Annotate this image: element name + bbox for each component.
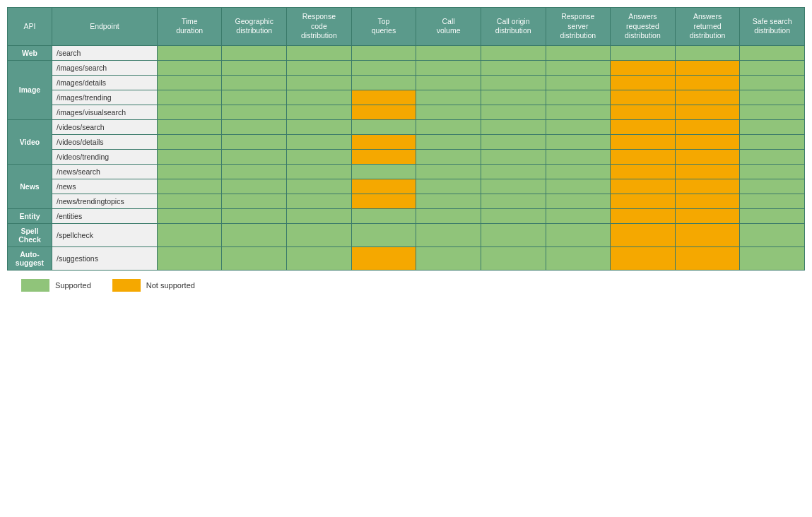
table-row: /videos/trending	[8, 149, 805, 164]
endpoint-cell: /images/search	[52, 60, 157, 75]
support-cell	[416, 134, 481, 149]
support-cell	[157, 208, 222, 223]
support-cell	[611, 60, 676, 75]
support-cell	[222, 75, 287, 90]
support-cell	[222, 45, 287, 60]
support-cell	[611, 45, 676, 60]
support-cell	[222, 164, 287, 179]
support-cell	[740, 149, 805, 164]
support-cell	[546, 60, 611, 75]
support-cell	[287, 60, 352, 75]
support-cell	[546, 45, 611, 60]
endpoint-cell: /videos/trending	[52, 149, 157, 164]
support-cell	[481, 75, 546, 90]
table-row: Auto-suggest/suggestions	[8, 246, 805, 270]
support-cell	[287, 75, 352, 90]
support-cell	[416, 90, 481, 105]
support-cell	[416, 119, 481, 134]
endpoint-cell: /videos/search	[52, 119, 157, 134]
support-cell	[546, 90, 611, 105]
support-cell	[351, 90, 416, 105]
support-cell	[611, 164, 676, 179]
support-cell	[416, 179, 481, 194]
support-cell	[416, 105, 481, 119]
support-cell	[546, 246, 611, 270]
support-cell	[675, 90, 740, 105]
support-cell	[611, 223, 676, 246]
support-cell	[222, 223, 287, 246]
support-cell	[740, 179, 805, 194]
support-cell	[481, 164, 546, 179]
support-cell	[287, 208, 352, 223]
support-cell	[740, 164, 805, 179]
support-cell	[740, 75, 805, 90]
support-cell	[481, 223, 546, 246]
header-geo-dist: Geographicdistribution	[222, 8, 287, 46]
api-cell: SpellCheck	[8, 223, 52, 246]
support-cell	[740, 119, 805, 134]
support-cell	[287, 223, 352, 246]
support-cell	[287, 164, 352, 179]
table-header-row: API Endpoint Timeduration Geographicdist…	[8, 8, 805, 46]
support-cell	[157, 179, 222, 194]
support-cell	[157, 194, 222, 208]
support-cell	[416, 223, 481, 246]
legend-supported-label: Supported	[55, 281, 91, 290]
support-cell	[675, 60, 740, 75]
support-cell	[611, 134, 676, 149]
support-cell	[611, 208, 676, 223]
support-cell	[157, 223, 222, 246]
api-cell: Web	[8, 45, 52, 60]
support-cell	[287, 134, 352, 149]
support-cell	[611, 90, 676, 105]
support-cell	[481, 208, 546, 223]
support-cell	[287, 194, 352, 208]
support-cell	[675, 105, 740, 119]
header-response-code: Responsecodedistribution	[287, 8, 352, 46]
support-cell	[481, 119, 546, 134]
support-cell	[351, 194, 416, 208]
table-row: /videos/details	[8, 134, 805, 149]
legend-not-supported-label: Not supported	[146, 281, 195, 290]
support-cell	[416, 194, 481, 208]
support-cell	[157, 149, 222, 164]
header-endpoint: Endpoint	[52, 8, 157, 46]
support-cell	[287, 119, 352, 134]
support-cell	[740, 105, 805, 119]
support-cell	[546, 119, 611, 134]
api-cell: News	[8, 164, 52, 208]
support-cell	[351, 164, 416, 179]
support-cell	[287, 90, 352, 105]
support-cell	[416, 75, 481, 90]
header-top-queries: Topqueries	[351, 8, 416, 46]
table-row: /news	[8, 179, 805, 194]
support-cell	[287, 45, 352, 60]
support-cell	[546, 149, 611, 164]
support-cell	[481, 90, 546, 105]
header-call-volume: Callvolume	[416, 8, 481, 46]
table-row: News/news/search	[8, 164, 805, 179]
support-cell	[157, 60, 222, 75]
support-cell	[740, 246, 805, 270]
support-cell	[351, 134, 416, 149]
support-cell	[740, 60, 805, 75]
support-cell	[222, 179, 287, 194]
support-cell	[351, 45, 416, 60]
header-api: API	[8, 8, 52, 46]
support-cell	[157, 75, 222, 90]
support-cell	[546, 179, 611, 194]
support-cell	[675, 246, 740, 270]
support-cell	[287, 179, 352, 194]
support-cell	[481, 105, 546, 119]
support-cell	[481, 45, 546, 60]
support-cell	[351, 105, 416, 119]
support-cell	[740, 90, 805, 105]
api-cell: Image	[8, 60, 52, 119]
support-cell	[675, 164, 740, 179]
support-cell	[611, 75, 676, 90]
endpoint-cell: /images/details	[52, 75, 157, 90]
endpoint-cell: /search	[52, 45, 157, 60]
support-cell	[157, 90, 222, 105]
support-cell	[416, 164, 481, 179]
support-cell	[157, 134, 222, 149]
